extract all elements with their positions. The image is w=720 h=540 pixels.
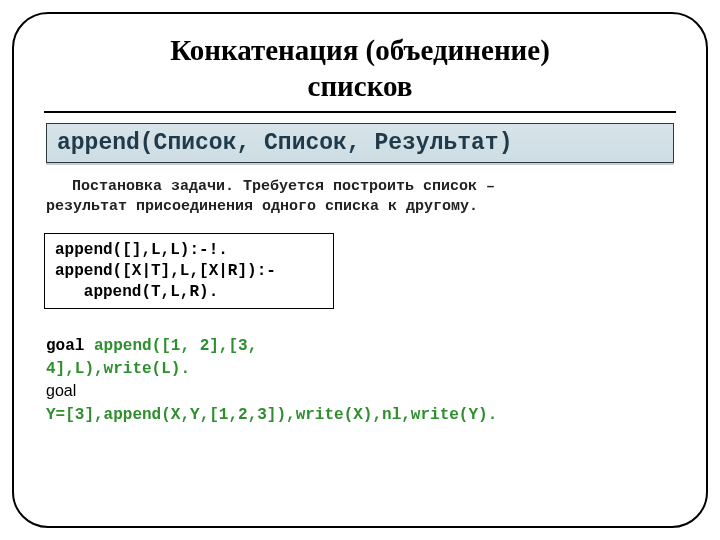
code-line-2: append([X|T],L,[X|R]):- <box>55 262 276 280</box>
slide-title: Конкатенация (объединение) списков <box>44 32 676 105</box>
code-definition-box: append([],L,L):-!. append([X|T],L,[X|R])… <box>44 233 334 309</box>
title-line-2: списков <box>308 70 413 102</box>
goal2-body: Y=[3],append(X,Y,[1,2,3]),write(X),nl,wr… <box>46 406 497 424</box>
goal2-keyword: goal <box>46 382 76 399</box>
title-divider <box>44 111 676 113</box>
signature-box: append(Список, Список, Результат) <box>46 123 674 163</box>
goal1-body-line1: append([1, 2],[3, <box>94 337 257 355</box>
task-line-2: результат присоединения одного списка к … <box>46 198 478 215</box>
title-line-1: Конкатенация (объединение) <box>170 34 550 66</box>
task-line-1: Постановка задачи. Требуется построить с… <box>72 178 495 195</box>
goal1-body-line2: 4],L),write(L). <box>46 360 190 378</box>
goal-examples: goal append([1, 2],[3, 4],L),write(L). g… <box>44 335 676 426</box>
slide-card: Конкатенация (объединение) списков appen… <box>12 12 708 528</box>
code-line-1: append([],L,L):-!. <box>55 241 228 259</box>
code-line-3: append(T,L,R). <box>55 283 218 301</box>
signature-text: append(Список, Список, Результат) <box>57 130 512 156</box>
task-description: Постановка задачи. Требуется построить с… <box>44 177 676 218</box>
goal1-keyword: goal <box>46 337 94 355</box>
